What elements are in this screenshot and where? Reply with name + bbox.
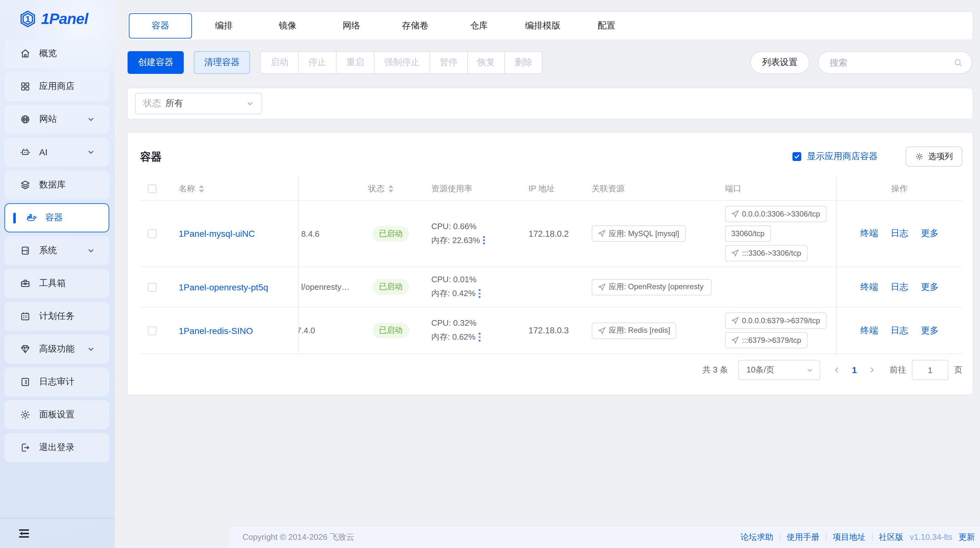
app-resource-tag[interactable]: 应用: Redis [redis] [592,322,676,339]
container-status-cell: 已启动 [368,267,431,307]
manual-link[interactable]: 使用手册 [787,531,819,543]
prev-page-icon[interactable] [828,360,845,380]
restart-button[interactable]: 重启 [336,51,374,74]
terminal-link[interactable]: 终端 [860,325,878,336]
table-row-checkbox-cell [140,307,170,354]
divider [780,533,781,541]
brand-logo[interactable]: 1 1Panel [19,6,88,32]
sort-carets-icon[interactable] [387,184,394,193]
start-button[interactable]: 启动 [260,51,299,74]
more-link[interactable]: 更多 [921,325,939,336]
sidebar-item-audit-logs[interactable]: 日志审计 [5,367,109,397]
container-image-cell: l/openresty… [299,267,368,307]
current-page[interactable]: 1 [845,365,863,375]
sidebar-item-overview[interactable]: 概览 [5,39,109,68]
column-header-name[interactable]: 名称 [170,177,299,201]
tab-repos[interactable]: 仓库 [447,13,511,38]
tab-images[interactable]: 镜像 [256,13,320,38]
sidebar-nav: 概览 应用商店 网站 AI [5,39,109,462]
sidebar-item-toolbox[interactable]: 工具箱 [5,269,109,298]
sidebar-item-database[interactable]: 数据库 [5,170,109,200]
container-ip-cell [528,267,592,307]
tab-networks[interactable]: 网络 [320,13,383,38]
select-all-checkbox[interactable] [148,184,157,193]
sidebar-item-logout[interactable]: 退出登录 [5,433,109,462]
sidebar-footer [0,518,115,548]
status-filter-select[interactable]: 状态 所有 [135,93,262,114]
resume-button[interactable]: 恢复 [467,51,505,74]
container-name-link[interactable]: 1Panel-mysql-uiNC [179,229,255,239]
project-link[interactable]: 项目地址 [833,531,866,543]
list-settings-button[interactable]: 列表设置 [750,51,810,74]
force-stop-button[interactable]: 强制停止 [374,51,430,74]
stop-button[interactable]: 停止 [298,51,337,74]
sidebar-item-advanced[interactable]: 高级功能 [5,335,109,364]
sidebar-item-app-store[interactable]: 应用商店 [5,72,109,101]
port-tag[interactable]: :::3306->3306/tcp [725,245,808,261]
pause-button[interactable]: 暂停 [430,51,468,74]
sidebar-item-website[interactable]: 网站 [5,105,109,134]
collapse-sidebar-icon[interactable] [18,527,30,540]
tab-label: 镜像 [279,20,296,32]
tab-containers[interactable]: 容器 [129,13,192,38]
community-edition-link[interactable]: 社区版 [879,531,904,543]
update-link[interactable]: 更新 [959,531,975,543]
logs-link[interactable]: 日志 [891,281,908,292]
forum-help-link[interactable]: 论坛求助 [741,531,773,543]
tab-compose[interactable]: 编排 [192,13,256,38]
1panel-hexagon-logo-icon: 1 [19,10,37,28]
more-link[interactable]: 更多 [921,228,939,239]
app-resource-tag[interactable]: 应用: OpenResty [openresty [592,279,712,295]
divider [872,533,873,541]
footer-links: 论坛求助 使用手册 项目地址 社区版 v1.10.34-lts 更新 [741,531,975,543]
search-input[interactable] [829,57,953,68]
more-link[interactable]: 更多 [921,281,939,292]
version-text: v1.10.34-lts [910,532,952,542]
tab-config[interactable]: 配置 [574,13,638,38]
container-usage-cell: CPU: 0.66% 内存: 22.63% [431,201,528,267]
tab-compose-template[interactable]: 编排模版 [511,13,574,38]
sidebar-item-cronjob[interactable]: 计划任务 [5,302,109,331]
cpu-usage: CPU: 0.01% [431,275,476,284]
page-size-select[interactable]: 10条/页 [738,360,820,380]
port-tag[interactable]: :::6379->6379/tcp [725,332,808,348]
usage-more-dots-icon[interactable] [479,333,480,342]
next-page-icon[interactable] [863,360,881,380]
table-row-checkbox-cell [140,267,170,307]
sidebar-item-system[interactable]: 系统 [5,236,109,265]
logs-link[interactable]: 日志 [891,228,908,239]
table-row-checkbox-cell [140,201,170,267]
tab-volumes[interactable]: 存储卷 [383,13,447,38]
column-header-status[interactable]: 状态 [368,177,431,201]
goto-page-input[interactable] [912,360,948,380]
show-store-containers-label[interactable]: 显示应用商店容器 [807,151,878,162]
port-tag[interactable]: 33060/tcp [725,226,771,242]
container-usage-cell: CPU: 0.32% 内存: 0.62% [431,307,528,354]
panel-header: 容器 显示应用商店容器 选项列 [140,146,963,167]
container-ports-cell: 0.0.0.0:6379->6379/tcp :::6379->6379/tcp [725,307,836,354]
sidebar-item-containers[interactable]: 容器 [5,203,109,232]
usage-more-dots-icon[interactable] [479,289,480,298]
delete-button[interactable]: 删除 [504,51,542,74]
app-resource-tag[interactable]: 应用: MySQL [mysql] [592,226,686,242]
prune-containers-button[interactable]: 清理容器 [194,51,250,74]
column-options-button[interactable]: 选项列 [905,146,963,167]
row-checkbox[interactable] [148,283,157,291]
usage-more-dots-icon[interactable] [484,236,485,245]
tab-label: 编排 [215,20,233,32]
logs-link[interactable]: 日志 [891,325,908,336]
sidebar-item-ai[interactable]: AI [5,138,109,167]
show-store-containers-checkbox[interactable] [792,152,801,161]
terminal-link[interactable]: 终端 [860,281,878,292]
container-name-link[interactable]: 1Panel-openresty-pt5q [179,282,268,292]
create-container-button[interactable]: 创建容器 [127,51,184,74]
port-tag[interactable]: 0.0.0.0:3306->3306/tcp [725,206,827,222]
sidebar-item-panel-settings[interactable]: 面板设置 [5,400,109,429]
terminal-link[interactable]: 终端 [860,228,878,239]
container-name-link[interactable]: 1Panel-redis-SINO [179,326,253,335]
sort-carets-icon[interactable] [198,184,205,193]
globe-icon [19,114,31,125]
row-checkbox[interactable] [148,229,157,238]
port-tag[interactable]: 0.0.0.0:6379->6379/tcp [725,313,827,329]
row-checkbox[interactable] [148,326,157,335]
